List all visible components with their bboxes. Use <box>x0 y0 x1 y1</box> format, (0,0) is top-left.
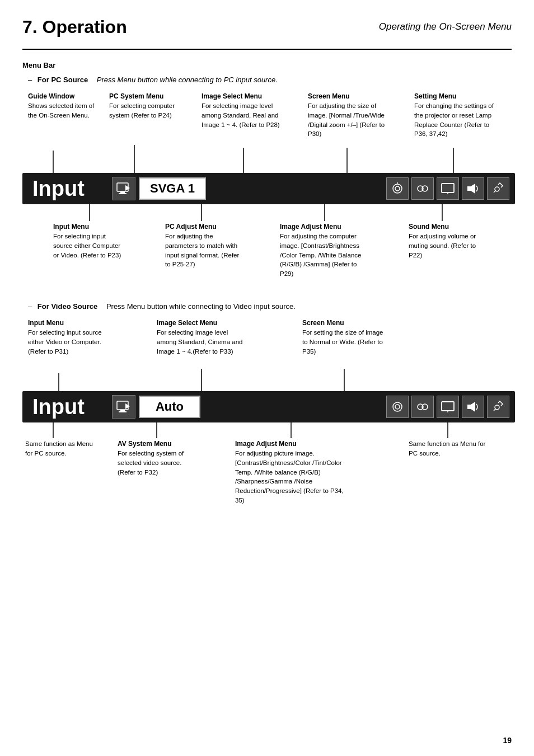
section-menu-bar-title: Menu Bar <box>22 61 55 69</box>
color-icon <box>411 177 434 200</box>
image-select-menu-label: Image Select Menu For selecting image le… <box>202 92 285 129</box>
image-adjust-menu-label-below: Image Adjust Menu For adjusting the comp… <box>280 222 367 279</box>
svg-line-20 <box>494 190 496 192</box>
pc-menu-icons <box>386 177 515 200</box>
chapter-title: 7. Operation <box>22 17 127 37</box>
svg-point-9 <box>393 184 402 193</box>
svg-rect-7 <box>119 193 127 194</box>
v-setting-icon <box>487 396 509 418</box>
video-source-diagram: Input Menu For selecting input source ei… <box>22 318 515 518</box>
pc-center-text: SVGA 1 <box>139 177 206 200</box>
setting-menu-label: Setting Menu For changing the settings o… <box>414 92 501 139</box>
video-source-line: – For Video Source Press Menu button whi… <box>28 302 512 311</box>
video-source-label: For Video Source <box>38 302 97 311</box>
v-input-menu-label: Input Menu For selecting input source ei… <box>28 318 109 356</box>
svg-point-10 <box>395 186 400 191</box>
sound-menu-label-below: Sound Menu For adjusting volume or mutin… <box>409 222 487 260</box>
input-icon <box>112 177 135 200</box>
video-menu-bar: Input Auto <box>22 391 515 422</box>
v-screen-menu-label: Screen Menu For setting the size of imag… <box>302 318 383 356</box>
pc-source-text: Press Menu button while connecting to PC… <box>97 76 278 84</box>
v-av-system-menu-label: AV System Menu For selecting system of s… <box>118 439 199 477</box>
pc-adjust-menu-label-below: PC Adjust Menu For adjusting the paramet… <box>165 222 246 269</box>
v-input-icon <box>112 395 135 419</box>
pc-source-line: – For PC Source Press Menu button while … <box>28 76 512 84</box>
guide-window-label: Guide Window Shows selected item of the … <box>28 92 101 120</box>
video-center-text: Auto <box>139 396 200 418</box>
setting-icon <box>487 177 509 200</box>
svg-rect-14 <box>442 184 454 192</box>
svg-marker-18 <box>471 184 475 194</box>
svg-rect-17 <box>467 186 471 191</box>
speaker-icon <box>462 177 484 200</box>
svg-rect-30 <box>119 411 127 412</box>
svg-point-33 <box>395 405 400 409</box>
video-menu-icons <box>386 396 515 418</box>
image-adjust-icon <box>386 177 409 200</box>
svg-marker-8 <box>125 185 130 191</box>
v-color-icon <box>411 396 434 418</box>
v-image-select-menu-label: Image Select Menu For selecting image le… <box>157 318 243 356</box>
pc-input-text: Input <box>22 177 112 201</box>
page-title: 7. Operation <box>22 17 127 37</box>
video-source-text: Press Menu button while connecting to Vi… <box>106 302 296 311</box>
input-icon-svg <box>116 182 131 195</box>
page-number: 19 <box>503 736 512 745</box>
pc-source-label: For PC Source <box>38 76 88 84</box>
screen-menu-label: Screen Menu For adjusting the size of im… <box>308 92 386 139</box>
v-same-right-label: Same function as Menu for PC source. <box>409 439 490 458</box>
page-header: 7. Operation Operating the On-Screen Men… <box>22 17 512 37</box>
input-menu-label-below: Input Menu For selecting input source ei… <box>53 222 126 260</box>
svg-rect-36 <box>442 402 454 411</box>
svg-point-32 <box>393 402 402 411</box>
svg-rect-39 <box>467 405 471 409</box>
v-speaker-icon <box>462 396 484 418</box>
pc-source-diagram: Guide Window Shows selected item of the … <box>22 92 515 291</box>
svg-marker-40 <box>471 402 475 412</box>
v-image-adjust-icon <box>386 396 409 418</box>
v-same-left-label: Same function as Menu for PC source. <box>25 439 98 458</box>
pc-system-menu-label: PC System Menu For selecting computer sy… <box>109 92 182 120</box>
v-screen-icon <box>437 396 459 418</box>
svg-marker-31 <box>125 403 130 409</box>
pc-menu-bar: Input SVGA 1 <box>22 173 515 204</box>
svg-rect-6 <box>120 191 125 193</box>
video-input-text: Input <box>22 395 112 419</box>
page-subtitle: Operating the On-Screen Menu <box>379 17 512 32</box>
v-image-adjust-menu-label: Image Adjust Menu For adjusting picture … <box>235 439 347 505</box>
svg-rect-29 <box>120 410 125 411</box>
screen-icon <box>437 177 459 200</box>
svg-line-42 <box>494 408 496 411</box>
